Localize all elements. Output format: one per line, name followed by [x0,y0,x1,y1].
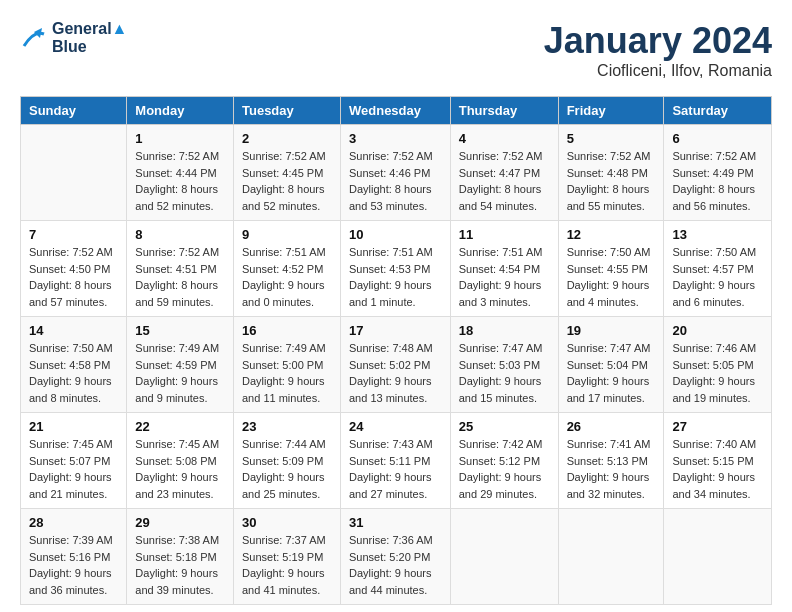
calendar-cell: 18Sunrise: 7:47 AMSunset: 5:03 PMDayligh… [450,317,558,413]
day-sun-info: Sunrise: 7:40 AMSunset: 5:15 PMDaylight:… [672,436,763,502]
day-sun-info: Sunrise: 7:50 AMSunset: 4:57 PMDaylight:… [672,244,763,310]
calendar-cell: 31Sunrise: 7:36 AMSunset: 5:20 PMDayligh… [340,509,450,605]
logo-text: General▲ Blue [52,20,127,56]
calendar-cell: 20Sunrise: 7:46 AMSunset: 5:05 PMDayligh… [664,317,772,413]
day-sun-info: Sunrise: 7:45 AMSunset: 5:08 PMDaylight:… [135,436,225,502]
day-of-week-header: Thursday [450,97,558,125]
day-sun-info: Sunrise: 7:52 AMSunset: 4:50 PMDaylight:… [29,244,118,310]
calendar-cell: 6Sunrise: 7:52 AMSunset: 4:49 PMDaylight… [664,125,772,221]
day-number: 23 [242,419,332,434]
calendar-cell: 10Sunrise: 7:51 AMSunset: 4:53 PMDayligh… [340,221,450,317]
calendar-cell: 23Sunrise: 7:44 AMSunset: 5:09 PMDayligh… [233,413,340,509]
month-title: January 2024 [544,20,772,62]
logo-icon [20,24,48,52]
day-number: 24 [349,419,442,434]
day-sun-info: Sunrise: 7:52 AMSunset: 4:51 PMDaylight:… [135,244,225,310]
day-of-week-header: Tuesday [233,97,340,125]
day-sun-info: Sunrise: 7:46 AMSunset: 5:05 PMDaylight:… [672,340,763,406]
day-number: 26 [567,419,656,434]
calendar-week-row: 14Sunrise: 7:50 AMSunset: 4:58 PMDayligh… [21,317,772,413]
day-sun-info: Sunrise: 7:51 AMSunset: 4:53 PMDaylight:… [349,244,442,310]
day-number: 6 [672,131,763,146]
calendar-cell: 5Sunrise: 7:52 AMSunset: 4:48 PMDaylight… [558,125,664,221]
calendar-week-row: 7Sunrise: 7:52 AMSunset: 4:50 PMDaylight… [21,221,772,317]
day-sun-info: Sunrise: 7:44 AMSunset: 5:09 PMDaylight:… [242,436,332,502]
day-of-week-header: Friday [558,97,664,125]
day-sun-info: Sunrise: 7:52 AMSunset: 4:47 PMDaylight:… [459,148,550,214]
day-of-week-header: Wednesday [340,97,450,125]
calendar-cell: 25Sunrise: 7:42 AMSunset: 5:12 PMDayligh… [450,413,558,509]
day-sun-info: Sunrise: 7:39 AMSunset: 5:16 PMDaylight:… [29,532,118,598]
day-sun-info: Sunrise: 7:52 AMSunset: 4:46 PMDaylight:… [349,148,442,214]
day-number: 9 [242,227,332,242]
day-number: 31 [349,515,442,530]
calendar-cell: 15Sunrise: 7:49 AMSunset: 4:59 PMDayligh… [127,317,234,413]
day-number: 13 [672,227,763,242]
day-number: 1 [135,131,225,146]
calendar-cell: 7Sunrise: 7:52 AMSunset: 4:50 PMDaylight… [21,221,127,317]
calendar-cell: 11Sunrise: 7:51 AMSunset: 4:54 PMDayligh… [450,221,558,317]
calendar-cell: 26Sunrise: 7:41 AMSunset: 5:13 PMDayligh… [558,413,664,509]
calendar-cell: 13Sunrise: 7:50 AMSunset: 4:57 PMDayligh… [664,221,772,317]
calendar-cell: 12Sunrise: 7:50 AMSunset: 4:55 PMDayligh… [558,221,664,317]
day-sun-info: Sunrise: 7:49 AMSunset: 5:00 PMDaylight:… [242,340,332,406]
day-sun-info: Sunrise: 7:41 AMSunset: 5:13 PMDaylight:… [567,436,656,502]
calendar-body: 1Sunrise: 7:52 AMSunset: 4:44 PMDaylight… [21,125,772,605]
calendar-cell [450,509,558,605]
day-number: 27 [672,419,763,434]
day-sun-info: Sunrise: 7:48 AMSunset: 5:02 PMDaylight:… [349,340,442,406]
title-area: January 2024 Ciofliceni, Ilfov, Romania [544,20,772,80]
day-number: 7 [29,227,118,242]
day-number: 22 [135,419,225,434]
calendar-header-row: SundayMondayTuesdayWednesdayThursdayFrid… [21,97,772,125]
day-sun-info: Sunrise: 7:52 AMSunset: 4:49 PMDaylight:… [672,148,763,214]
day-sun-info: Sunrise: 7:51 AMSunset: 4:54 PMDaylight:… [459,244,550,310]
calendar-cell: 27Sunrise: 7:40 AMSunset: 5:15 PMDayligh… [664,413,772,509]
day-sun-info: Sunrise: 7:36 AMSunset: 5:20 PMDaylight:… [349,532,442,598]
day-number: 8 [135,227,225,242]
calendar-cell: 4Sunrise: 7:52 AMSunset: 4:47 PMDaylight… [450,125,558,221]
day-of-week-header: Sunday [21,97,127,125]
calendar-cell: 9Sunrise: 7:51 AMSunset: 4:52 PMDaylight… [233,221,340,317]
day-number: 29 [135,515,225,530]
calendar-cell: 24Sunrise: 7:43 AMSunset: 5:11 PMDayligh… [340,413,450,509]
day-sun-info: Sunrise: 7:52 AMSunset: 4:45 PMDaylight:… [242,148,332,214]
day-number: 12 [567,227,656,242]
day-sun-info: Sunrise: 7:50 AMSunset: 4:55 PMDaylight:… [567,244,656,310]
day-sun-info: Sunrise: 7:50 AMSunset: 4:58 PMDaylight:… [29,340,118,406]
location-title: Ciofliceni, Ilfov, Romania [544,62,772,80]
calendar-cell: 14Sunrise: 7:50 AMSunset: 4:58 PMDayligh… [21,317,127,413]
calendar-week-row: 1Sunrise: 7:52 AMSunset: 4:44 PMDaylight… [21,125,772,221]
calendar-cell: 3Sunrise: 7:52 AMSunset: 4:46 PMDaylight… [340,125,450,221]
day-number: 5 [567,131,656,146]
logo: General▲ Blue [20,20,127,56]
day-number: 3 [349,131,442,146]
day-number: 20 [672,323,763,338]
day-number: 28 [29,515,118,530]
day-number: 18 [459,323,550,338]
day-number: 21 [29,419,118,434]
calendar-cell: 19Sunrise: 7:47 AMSunset: 5:04 PMDayligh… [558,317,664,413]
day-sun-info: Sunrise: 7:47 AMSunset: 5:03 PMDaylight:… [459,340,550,406]
day-sun-info: Sunrise: 7:52 AMSunset: 4:44 PMDaylight:… [135,148,225,214]
day-sun-info: Sunrise: 7:38 AMSunset: 5:18 PMDaylight:… [135,532,225,598]
day-sun-info: Sunrise: 7:52 AMSunset: 4:48 PMDaylight:… [567,148,656,214]
header: General▲ Blue January 2024 Ciofliceni, I… [20,20,772,80]
calendar-cell: 17Sunrise: 7:48 AMSunset: 5:02 PMDayligh… [340,317,450,413]
calendar-cell [664,509,772,605]
calendar-cell: 2Sunrise: 7:52 AMSunset: 4:45 PMDaylight… [233,125,340,221]
calendar-cell: 28Sunrise: 7:39 AMSunset: 5:16 PMDayligh… [21,509,127,605]
day-number: 30 [242,515,332,530]
day-number: 4 [459,131,550,146]
calendar-week-row: 21Sunrise: 7:45 AMSunset: 5:07 PMDayligh… [21,413,772,509]
calendar-table: SundayMondayTuesdayWednesdayThursdayFrid… [20,96,772,605]
day-number: 25 [459,419,550,434]
calendar-cell: 30Sunrise: 7:37 AMSunset: 5:19 PMDayligh… [233,509,340,605]
day-sun-info: Sunrise: 7:47 AMSunset: 5:04 PMDaylight:… [567,340,656,406]
day-sun-info: Sunrise: 7:37 AMSunset: 5:19 PMDaylight:… [242,532,332,598]
day-number: 2 [242,131,332,146]
day-sun-info: Sunrise: 7:51 AMSunset: 4:52 PMDaylight:… [242,244,332,310]
calendar-cell: 29Sunrise: 7:38 AMSunset: 5:18 PMDayligh… [127,509,234,605]
calendar-cell: 16Sunrise: 7:49 AMSunset: 5:00 PMDayligh… [233,317,340,413]
calendar-cell: 22Sunrise: 7:45 AMSunset: 5:08 PMDayligh… [127,413,234,509]
